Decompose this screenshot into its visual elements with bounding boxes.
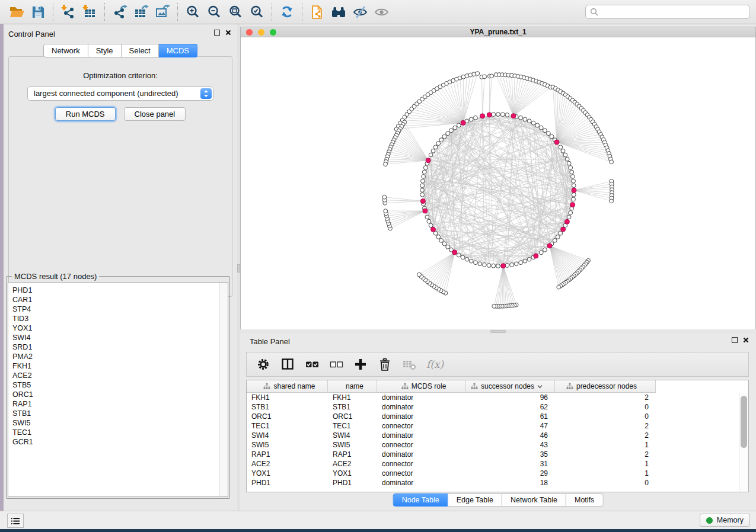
close-panel-button[interactable]: Close panel	[124, 107, 186, 121]
table-cell[interactable]: 46	[466, 431, 555, 440]
memory-button[interactable]: Memory	[700, 514, 750, 527]
mcds-graph-node[interactable]	[480, 114, 485, 118]
search-box[interactable]	[585, 5, 750, 19]
table-row[interactable]: ACE2ACE2connector311	[247, 459, 748, 469]
import-table-icon[interactable]	[79, 2, 100, 22]
mcds-graph-node[interactable]	[564, 219, 569, 224]
mcds-result-item[interactable]: SRD1	[12, 342, 228, 352]
table-row[interactable]: RAP1RAP1dominator352	[247, 450, 748, 459]
table-cell[interactable]: dominator	[377, 412, 466, 421]
mcds-graph-node[interactable]	[511, 114, 516, 118]
export-table-icon[interactable]	[130, 2, 152, 22]
mcds-graph-node[interactable]	[431, 227, 436, 232]
sort-chevron-icon[interactable]	[537, 384, 543, 389]
window-close-icon[interactable]	[246, 29, 253, 36]
mcds-graph-node[interactable]	[561, 227, 566, 232]
table-cell[interactable]: connector	[377, 469, 466, 477]
task-history-button[interactable]	[7, 514, 24, 528]
table-cell[interactable]: FKH1	[247, 393, 328, 402]
table-cell[interactable]: 0	[555, 403, 656, 411]
table-cell[interactable]: 2	[555, 422, 656, 430]
zoom-fit-icon[interactable]	[225, 2, 246, 22]
table-row[interactable]: PHD1PHD1dominator180	[247, 478, 748, 488]
search-network-icon[interactable]	[328, 2, 349, 22]
table-cell[interactable]: dominator	[377, 479, 466, 487]
mcds-result-item[interactable]: ACE2	[12, 371, 228, 380]
table-cell[interactable]: 43	[466, 441, 555, 449]
mcds-graph-node[interactable]	[452, 250, 457, 255]
table-cell[interactable]: 1	[555, 469, 656, 477]
table-cell[interactable]: TEC1	[328, 422, 377, 430]
window-minimize-icon[interactable]	[258, 29, 264, 36]
table-cell[interactable]: dominator	[377, 450, 466, 459]
table-cell[interactable]: 2	[555, 450, 656, 459]
table-cell[interactable]: PHD1	[328, 479, 377, 487]
table-cell[interactable]: YOX1	[247, 469, 328, 477]
splitter-handle[interactable]	[490, 330, 506, 333]
network-graph[interactable]	[241, 37, 755, 328]
horizontal-splitter[interactable]	[240, 329, 756, 334]
export-network-icon[interactable]	[109, 2, 130, 22]
select-all-icon[interactable]	[305, 357, 319, 371]
table-cell[interactable]: ACE2	[328, 460, 377, 468]
float-panel-icon[interactable]	[732, 337, 738, 343]
mcds-graph-node[interactable]	[572, 188, 576, 193]
table-row[interactable]: FKH1FKH1dominator962	[247, 393, 748, 402]
hide-selected-eye-icon[interactable]	[349, 2, 371, 22]
add-row-icon[interactable]	[353, 357, 368, 371]
table-cell[interactable]: SWI4	[247, 431, 328, 440]
table-row[interactable]: SWI4SWI4dominator462	[247, 431, 748, 440]
mcds-result-item[interactable]: SWI4	[12, 333, 228, 342]
table-cell[interactable]: SWI4	[328, 431, 377, 440]
table-cell[interactable]: SWI5	[328, 441, 377, 449]
zoom-in-icon[interactable]	[182, 2, 203, 22]
tab-mcds[interactable]: MCDS	[159, 44, 197, 57]
table-cell[interactable]: 2	[555, 393, 656, 402]
network-view[interactable]	[240, 37, 756, 329]
mcds-graph-node[interactable]	[426, 158, 430, 163]
tab-network[interactable]: Network	[43, 44, 88, 57]
mcds-result-item[interactable]: ORC1	[12, 390, 228, 399]
result-list-scrollbar[interactable]	[219, 283, 228, 496]
table-row[interactable]: SWI5SWI5connector431	[247, 440, 748, 450]
close-panel-icon[interactable]	[743, 337, 749, 343]
table-cell[interactable]: ORC1	[247, 412, 328, 421]
mcds-graph-node[interactable]	[487, 113, 492, 117]
table-cell[interactable]: 96	[466, 393, 555, 402]
mcds-result-item[interactable]: TEC1	[12, 428, 228, 437]
table-cell[interactable]: dominator	[377, 431, 466, 440]
mcds-graph-node[interactable]	[570, 203, 575, 207]
table-row[interactable]: ORC1ORC1dominator610	[247, 412, 748, 421]
mcds-result-item[interactable]: PHD1	[12, 286, 228, 295]
table-cell[interactable]: STB1	[328, 403, 377, 411]
zoom-out-icon[interactable]	[203, 2, 225, 22]
table-cell[interactable]: YOX1	[328, 469, 377, 477]
mcds-result-item[interactable]: CAR1	[12, 295, 228, 305]
refresh-icon[interactable]	[276, 2, 298, 22]
mcds-result-item[interactable]: YOX1	[12, 323, 228, 333]
mcds-result-item[interactable]: RAP1	[12, 399, 228, 409]
table-cell[interactable]: 31	[466, 460, 555, 468]
show-columns-icon[interactable]	[280, 357, 295, 371]
table-cell[interactable]: 1	[555, 460, 656, 468]
table-cell[interactable]: connector	[377, 460, 466, 468]
table-cell[interactable]: RAP1	[247, 450, 328, 459]
mcds-graph-node[interactable]	[534, 254, 538, 258]
table-cell[interactable]: RAP1	[328, 450, 377, 459]
table-cell[interactable]: dominator	[377, 403, 466, 411]
import-network-icon[interactable]	[58, 2, 79, 22]
mcds-graph-node[interactable]	[547, 243, 552, 248]
tab-node-table[interactable]: Node Table	[393, 493, 448, 507]
table-cell[interactable]: 0	[555, 479, 656, 487]
table-cell[interactable]: FKH1	[328, 393, 377, 402]
column-header-shared-name[interactable]: shared name	[247, 380, 328, 393]
table-cell[interactable]: ACE2	[247, 460, 328, 468]
search-input[interactable]	[598, 7, 745, 17]
table-cell[interactable]: ORC1	[328, 412, 377, 421]
window-maximize-icon[interactable]	[270, 29, 276, 36]
table-cell[interactable]: 61	[466, 412, 555, 421]
open-folder-icon[interactable]	[6, 2, 27, 22]
table-cell[interactable]: 18	[466, 479, 555, 487]
table-cell[interactable]: 35	[466, 450, 555, 459]
mcds-graph-node[interactable]	[501, 264, 506, 268]
